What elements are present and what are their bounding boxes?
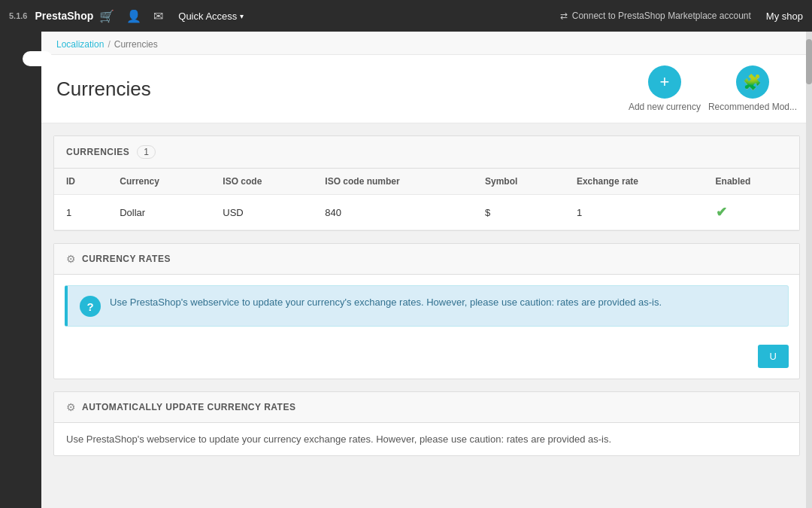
currency-rates-title: CURRENCY RATES <box>82 254 171 264</box>
sidebar <box>0 32 41 508</box>
quick-access-label: Quick Access <box>178 11 237 22</box>
cell-exchange-rate: 1 <box>565 195 704 230</box>
breadcrumb-parent[interactable]: Localization <box>56 39 104 50</box>
connect-marketplace-button[interactable]: ⇄ Connect to PrestaShop Marketplace acco… <box>560 11 751 21</box>
currencies-table: ID Currency ISO code ISO code number Sym… <box>54 169 799 230</box>
currency-rates-info-text: Use PrestaShop's webservice to update yo… <box>110 295 662 310</box>
table-row[interactable]: 1 Dollar USD 840 $ 1 ✔ <box>54 195 799 230</box>
nav-icons-group: 🛒 👤 ✉ <box>99 9 163 23</box>
breadcrumb-separator: / <box>108 39 110 50</box>
my-shop-button[interactable]: My shop <box>766 11 803 22</box>
version-label: 5.1.6 <box>9 11 27 20</box>
quick-access-button[interactable]: Quick Access ▾ <box>178 11 244 22</box>
currency-rates-section: ⚙ CURRENCY RATES ? Use PrestaShop's webs… <box>53 243 800 379</box>
rates-update-area: U <box>54 337 799 379</box>
add-currency-button[interactable]: + Add new currency <box>629 65 701 112</box>
cell-enabled: ✔ <box>704 195 799 230</box>
currency-rates-info-box: ? Use PrestaShop's webservice to update … <box>65 285 789 327</box>
puzzle-icon-circle: 🧩 <box>736 65 769 99</box>
puzzle-icon: 🧩 <box>743 73 762 91</box>
page-header: Currencies + Add new currency 🧩 Recommen… <box>41 55 812 123</box>
breadcrumb-current: Currencies <box>114 39 158 50</box>
cell-currency: Dollar <box>108 195 211 230</box>
cell-symbol: $ <box>473 195 565 230</box>
cell-id: 1 <box>54 195 108 230</box>
col-iso-number: ISO code number <box>313 169 473 195</box>
connect-label: Connect to PrestaShop Marketplace accoun… <box>572 11 751 21</box>
update-rates-button[interactable]: U <box>758 345 789 368</box>
cart-icon[interactable]: 🛒 <box>99 9 114 23</box>
auto-update-section: ⚙ AUTOMATICALLY UPDATE CURRENCY RATES Us… <box>53 391 800 456</box>
auto-update-header: ⚙ AUTOMATICALLY UPDATE CURRENCY RATES <box>54 392 799 423</box>
breadcrumb-bar: Localization / Currencies <box>41 32 812 55</box>
col-exchange-rate: Exchange rate <box>565 169 704 195</box>
col-currency: Currency <box>108 169 211 195</box>
col-id: ID <box>54 169 108 195</box>
currencies-section: CURRENCIES 1 ID Currency ISO code ISO co… <box>53 135 800 231</box>
table-header-row: ID Currency ISO code ISO code number Sym… <box>54 169 799 195</box>
my-shop-label: My shop <box>766 11 803 22</box>
auto-gear-icon: ⚙ <box>66 401 76 413</box>
chevron-down-icon: ▾ <box>240 12 244 20</box>
scroll-thumb[interactable] <box>806 39 812 84</box>
auto-update-title: AUTOMATICALLY UPDATE CURRENCY RATES <box>82 402 295 412</box>
gear-icon: ⚙ <box>66 253 76 265</box>
plus-icon: + <box>659 72 669 92</box>
currencies-section-header: CURRENCIES 1 <box>54 136 799 169</box>
info-icon: ? <box>80 296 101 317</box>
sync-icon: ⇄ <box>560 11 568 21</box>
brand-name: PrestaShop <box>35 10 93 22</box>
col-symbol: Symbol <box>473 169 565 195</box>
main-content: Localization / Currencies Currencies + A… <box>41 32 812 508</box>
scrollbar[interactable] <box>806 32 812 508</box>
user-icon[interactable]: 👤 <box>126 9 141 23</box>
page-actions: + Add new currency 🧩 Recommended Mod... <box>629 65 797 112</box>
top-navigation: 5.1.6 PrestaShop 🛒 👤 ✉ Quick Access ▾ ⇄ … <box>0 0 812 32</box>
sidebar-toggle[interactable] <box>23 51 53 66</box>
recommended-modules-button[interactable]: 🧩 Recommended Mod... <box>708 65 797 112</box>
enabled-check-icon: ✔ <box>716 205 727 220</box>
top-nav-right: ⇄ Connect to PrestaShop Marketplace acco… <box>560 11 803 22</box>
auto-update-description: Use PrestaShop's webservice to update yo… <box>54 423 799 455</box>
page-title: Currencies <box>56 78 151 101</box>
currency-rates-header: ⚙ CURRENCY RATES <box>54 244 799 275</box>
add-currency-label: Add new currency <box>629 102 701 112</box>
col-enabled: Enabled <box>704 169 799 195</box>
col-iso-code: ISO code <box>211 169 313 195</box>
add-icon-circle: + <box>648 65 681 99</box>
cell-iso-code: USD <box>211 195 313 230</box>
cell-iso-number: 840 <box>313 195 473 230</box>
breadcrumb: Localization / Currencies <box>56 39 797 50</box>
currencies-count-badge: 1 <box>137 145 156 159</box>
mail-icon[interactable]: ✉ <box>153 9 163 23</box>
currencies-section-title: CURRENCIES <box>66 147 129 157</box>
recommended-label: Recommended Mod... <box>708 102 797 112</box>
brand-logo: 5.1.6 PrestaShop <box>9 10 93 22</box>
